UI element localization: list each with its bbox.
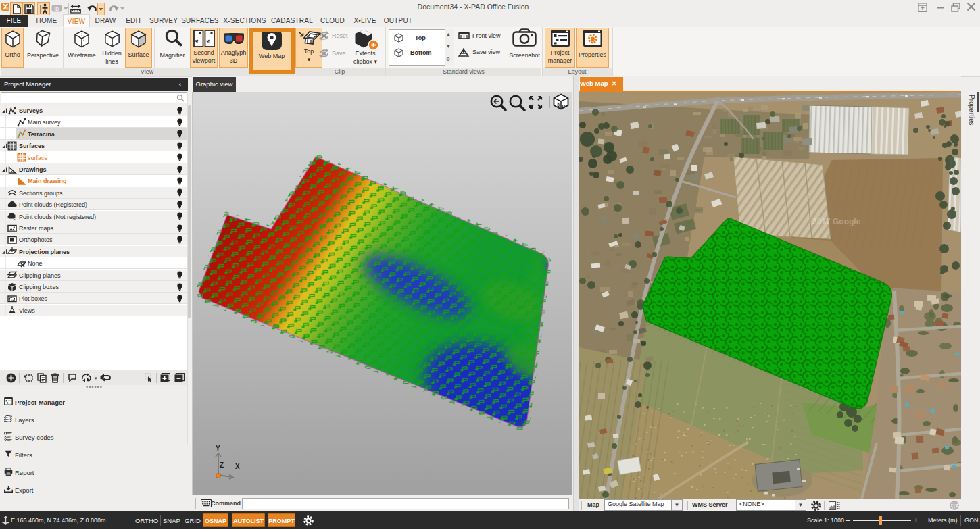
svg-text:Z: Z (220, 461, 224, 469)
svg-text:Y: Y (216, 445, 220, 452)
svg-text:D: D (562, 104, 566, 109)
svg-text:3: 3 (557, 103, 560, 107)
svg-text:X: X (235, 463, 240, 470)
svg-text:2017 Google: 2017 Google (812, 217, 861, 226)
svg-text:ID: ID (54, 6, 59, 12)
